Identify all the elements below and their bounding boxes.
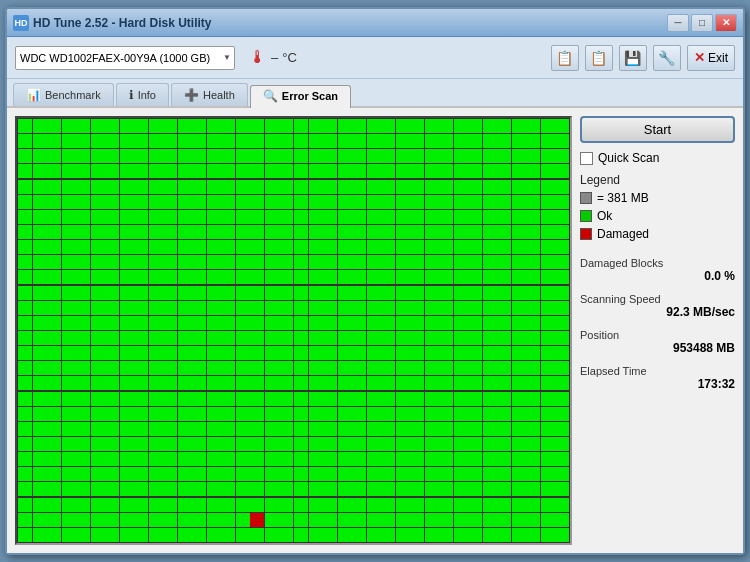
drive-selector-wrapper: WDC WD1002FAEX-00Y9A (1000 GB) bbox=[15, 46, 235, 70]
quick-scan-checkbox[interactable] bbox=[580, 152, 593, 165]
settings-button[interactable]: 🔧 bbox=[653, 45, 681, 71]
copy-button[interactable]: 📋 bbox=[551, 45, 579, 71]
legend-size-label: = 381 MB bbox=[597, 191, 649, 205]
quick-scan-label: Quick Scan bbox=[598, 151, 659, 165]
drive-selector[interactable]: WDC WD1002FAEX-00Y9A (1000 GB) bbox=[15, 46, 235, 70]
window-controls: ─ □ ✕ bbox=[667, 14, 737, 32]
stat-position: Position 953488 MB bbox=[580, 329, 735, 355]
legend-box-ok bbox=[580, 210, 592, 222]
restore-button[interactable]: □ bbox=[691, 14, 713, 32]
window-title: HD Tune 2.52 - Hard Disk Utility bbox=[33, 16, 667, 30]
exit-button[interactable]: ✕ Exit bbox=[687, 45, 735, 71]
stat-elapsed-time: Elapsed Time 173:32 bbox=[580, 365, 735, 391]
legend-item-damaged: Damaged bbox=[580, 227, 735, 241]
error-scan-icon: 🔍 bbox=[263, 89, 278, 103]
thermometer-icon: 🌡 bbox=[249, 47, 267, 68]
stat-elapsed-time-label: Elapsed Time bbox=[580, 365, 735, 377]
stat-position-value: 953488 MB bbox=[580, 341, 735, 355]
copy2-button[interactable]: 📋 bbox=[585, 45, 613, 71]
temp-unit: °C bbox=[282, 50, 297, 65]
minimize-button[interactable]: ─ bbox=[667, 14, 689, 32]
right-panel: Start Quick Scan Legend = 381 MB Ok Dama… bbox=[580, 116, 735, 545]
health-icon: ➕ bbox=[184, 88, 199, 102]
benchmark-icon: 📊 bbox=[26, 88, 41, 102]
tab-error-scan-label: Error Scan bbox=[282, 90, 338, 102]
stat-scanning-speed-label: Scanning Speed bbox=[580, 293, 735, 305]
legend-damaged-label: Damaged bbox=[597, 227, 649, 241]
stat-scanning-speed: Scanning Speed 92.3 MB/sec bbox=[580, 293, 735, 319]
main-content: Start Quick Scan Legend = 381 MB Ok Dama… bbox=[7, 108, 743, 553]
tab-info[interactable]: ℹ Info bbox=[116, 83, 169, 106]
legend-item-size: = 381 MB bbox=[580, 191, 735, 205]
legend-box-damaged bbox=[580, 228, 592, 240]
tab-bar: 📊 Benchmark ℹ Info ➕ Health 🔍 Error Scan bbox=[7, 79, 743, 108]
quick-scan-row: Quick Scan bbox=[580, 151, 735, 165]
tab-benchmark[interactable]: 📊 Benchmark bbox=[13, 83, 114, 106]
stat-position-label: Position bbox=[580, 329, 735, 341]
stat-damaged-blocks-value: 0.0 % bbox=[580, 269, 735, 283]
scan-area bbox=[15, 116, 572, 545]
legend-item-ok: Ok bbox=[580, 209, 735, 223]
legend-box-size bbox=[580, 192, 592, 204]
exit-label: Exit bbox=[708, 51, 728, 65]
temp-separator: – bbox=[271, 50, 278, 65]
tab-benchmark-label: Benchmark bbox=[45, 89, 101, 101]
exit-x-icon: ✕ bbox=[694, 50, 705, 65]
stat-elapsed-time-value: 173:32 bbox=[580, 377, 735, 391]
stat-scanning-speed-value: 92.3 MB/sec bbox=[580, 305, 735, 319]
app-icon: HD bbox=[13, 15, 29, 31]
stat-damaged-blocks: Damaged Blocks 0.0 % bbox=[580, 257, 735, 283]
toolbar: WDC WD1002FAEX-00Y9A (1000 GB) 🌡 – °C 📋 … bbox=[7, 37, 743, 79]
tab-health[interactable]: ➕ Health bbox=[171, 83, 248, 106]
stat-damaged-blocks-label: Damaged Blocks bbox=[580, 257, 735, 269]
temperature-display: 🌡 – °C bbox=[249, 47, 297, 68]
legend-ok-label: Ok bbox=[597, 209, 612, 223]
legend-title: Legend bbox=[580, 173, 735, 187]
main-window: HD HD Tune 2.52 - Hard Disk Utility ─ □ … bbox=[5, 7, 745, 555]
legend-section: Legend = 381 MB Ok Damaged bbox=[580, 173, 735, 241]
close-button[interactable]: ✕ bbox=[715, 14, 737, 32]
stats-section: Damaged Blocks 0.0 % Scanning Speed 92.3… bbox=[580, 257, 735, 391]
tab-health-label: Health bbox=[203, 89, 235, 101]
start-button[interactable]: Start bbox=[580, 116, 735, 143]
tab-info-label: Info bbox=[138, 89, 156, 101]
save-button[interactable]: 💾 bbox=[619, 45, 647, 71]
scan-canvas bbox=[17, 118, 570, 543]
tab-error-scan[interactable]: 🔍 Error Scan bbox=[250, 85, 351, 108]
title-bar: HD HD Tune 2.52 - Hard Disk Utility ─ □ … bbox=[7, 9, 743, 37]
info-icon: ℹ bbox=[129, 88, 134, 102]
